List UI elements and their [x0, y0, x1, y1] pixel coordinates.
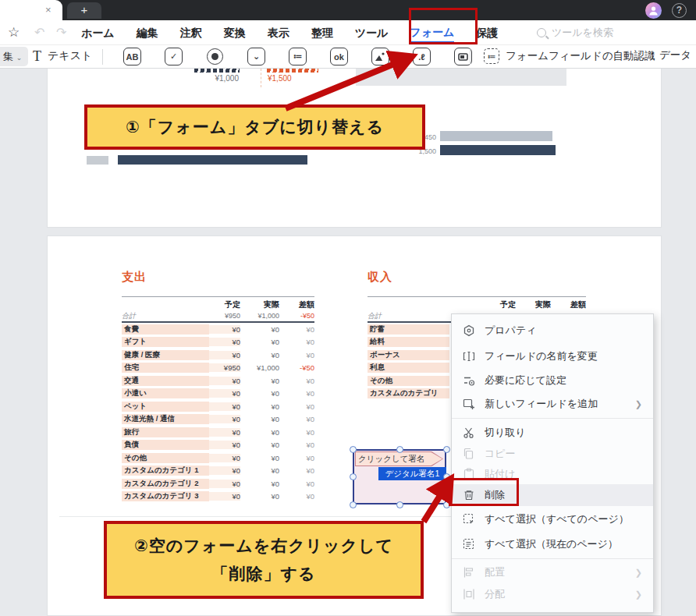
total-label: 合計 — [122, 311, 209, 321]
checkbox-field-icon[interactable]: ✓ — [164, 47, 183, 66]
undo-icon[interactable]: ↶ — [34, 25, 44, 40]
radio-button-field-icon[interactable] — [205, 47, 225, 66]
menu-tab-2[interactable]: 編集 — [137, 23, 158, 42]
resize-handle[interactable] — [443, 446, 450, 453]
form-field-buttons: AB✓⌄≔ok.ℓ — [123, 47, 473, 66]
context-menu-item-set-required[interactable]: 必要に応じて設定 — [452, 369, 653, 392]
total-value: -¥50 — [279, 312, 314, 320]
form-tab-highlight-box — [409, 8, 478, 44]
column-header: 実際 — [240, 299, 279, 310]
select-current-page-icon — [463, 538, 475, 551]
menu-tab-1[interactable]: ホーム — [81, 23, 115, 42]
callout-step1: ①「フォーム」タブに切り替える — [84, 104, 425, 150]
menu-bar: ☆ ↶ ↷ ホーム編集注釈変換表示整理ツールフォーム保護 ツールを検索 — [0, 20, 696, 45]
browser-tab-bar: × + ? — [0, 0, 696, 20]
auto-recognize-icon: ≔ — [484, 48, 499, 64]
total-value: ¥1,000 — [240, 312, 279, 320]
search-icon — [537, 28, 546, 37]
toolbar-divider-2 — [470, 49, 471, 65]
table-row: カスタムのカテゴリ 1¥0¥0¥0 — [122, 465, 314, 478]
toolbar-divider — [102, 49, 103, 65]
sign-ribbon-label: クリックして署名 — [356, 452, 442, 466]
dropdown-field-icon[interactable]: ⌄ — [247, 47, 266, 66]
tool-search[interactable]: ツールを検索 — [537, 26, 613, 40]
search-placeholder: ツールを検索 — [552, 26, 613, 40]
rename-field-icon — [463, 350, 475, 363]
menu-tab-5[interactable]: 表示 — [268, 23, 289, 42]
set-required-icon — [463, 374, 475, 387]
menu-tab-3[interactable]: 注釈 — [180, 23, 202, 42]
active-document-tab[interactable] — [0, 0, 62, 20]
table-row: 負債¥0¥0¥0 — [122, 439, 314, 452]
table-row: ギフト¥0¥0¥0 — [122, 336, 314, 349]
favorite-star-icon[interactable]: ☆ — [8, 24, 20, 41]
user-avatar[interactable] — [645, 2, 662, 19]
resize-handle[interactable] — [396, 446, 403, 453]
context-menu-item-properties[interactable]: プロパティ — [452, 317, 653, 343]
menu-separator — [452, 558, 653, 559]
context-menu-item-add-field[interactable]: 新しいフィールドを追加❯ — [452, 392, 653, 416]
resize-handle[interactable] — [350, 446, 357, 453]
income-table: 収入予定実際差額合計¥1,450¥1,500¥50貯蓄給料ボーナス利息その他カス… — [368, 270, 594, 285]
resize-handle[interactable] — [396, 501, 403, 508]
text-tool-icon: T — [33, 48, 41, 65]
table-row: カスタムのカテゴリ 2¥0¥0¥0 — [122, 477, 314, 490]
chevron-down-icon: ⌄ — [16, 54, 23, 62]
list-box-field-icon[interactable]: ≔ — [288, 47, 307, 66]
help-icon[interactable]: ? — [672, 3, 687, 18]
resize-handle[interactable] — [350, 473, 357, 480]
image-field-icon[interactable] — [371, 47, 390, 66]
submenu-chevron-icon: ❯ — [635, 399, 642, 409]
select-all-pages-icon — [463, 513, 475, 526]
data-extract-button[interactable]: ↑ データ — [649, 48, 691, 62]
table-row: その他¥0¥0¥0 — [122, 451, 314, 465]
table-row: 交通¥0¥0¥0 — [122, 374, 314, 388]
chart-bar-navy — [440, 145, 556, 155]
context-menu-item-cut[interactable]: 切り取り — [452, 421, 653, 444]
column-header: 予定 — [449, 299, 516, 310]
add-field-icon — [463, 398, 475, 410]
callout-step2: ②空のフォームを右クリックして 「削除」する — [104, 521, 424, 599]
app-window: × + ? ☆ ↶ ↷ ホーム編集注釈変換表示整理ツールフォーム保護 ツールを検… — [0, 0, 696, 616]
context-menu-item-rename-field[interactable]: フィールドの名前を変更 — [452, 343, 653, 369]
menu-separator — [452, 418, 653, 419]
context-menu-item-distribute: 分配❯ — [452, 583, 653, 605]
distribute-icon — [463, 588, 475, 600]
submenu-chevron-icon: ❯ — [635, 589, 642, 600]
table-row: 食費¥0¥0¥0 — [122, 323, 314, 336]
upload-icon: ↑ — [649, 48, 655, 62]
menu-tab-4[interactable]: 変換 — [224, 23, 246, 42]
edit-mode-button[interactable]: 集 ⌄ — [0, 47, 28, 66]
submenu-chevron-icon: ❯ — [635, 568, 642, 578]
auto-recognize-button[interactable]: ≔ フォームフィールドの自動認識 — [484, 48, 655, 64]
table-title: 支出 — [122, 270, 317, 285]
resize-handle[interactable] — [350, 501, 357, 508]
menu-tab-9[interactable]: 保護 — [476, 23, 498, 42]
cut-icon — [463, 427, 475, 439]
form-toolbar: 集 ⌄ T テキスト AB✓⌄≔ok.ℓ ≔ フォームフィールドの自動認識 ↑ … — [0, 45, 696, 69]
total-value: ¥950 — [209, 312, 240, 320]
cut-off-chart-block — [356, 69, 566, 86]
text-field-icon[interactable]: AB — [123, 47, 142, 66]
new-tab-button[interactable]: + — [67, 2, 101, 19]
expense-table: 支出予定実際差額合計¥950¥1,000-¥50食費¥0¥0¥0ギフト¥0¥0¥… — [122, 270, 317, 285]
close-tab-icon[interactable]: × — [45, 4, 51, 16]
redo-icon[interactable]: ↷ — [56, 25, 66, 40]
context-menu-item-select-all-pages[interactable]: すべて選択（すべてのページ） — [452, 506, 653, 532]
table-row: カスタムのカテゴリ 3¥0¥0¥0 — [122, 490, 314, 504]
table-row: 旅行¥0¥0¥0 — [122, 426, 314, 439]
column-header: 差額 — [279, 299, 314, 310]
sign-ribbon: クリックして署名 — [355, 451, 443, 466]
signature-field-icon[interactable]: .ℓ — [412, 47, 431, 66]
column-header: 実際 — [516, 299, 551, 310]
digital-signature-field[interactable]: クリックして署名 デジタル署名1 — [353, 449, 446, 504]
column-header: 予定 — [209, 299, 240, 310]
align-icon — [463, 566, 475, 579]
text-tool-button[interactable]: T テキスト — [33, 48, 92, 65]
menu-tab-7[interactable]: ツール — [355, 23, 389, 42]
table-row: 健康 / 医療¥0¥0¥0 — [122, 349, 314, 362]
delete-highlight-box — [449, 478, 519, 506]
menu-tab-6[interactable]: 整理 — [311, 23, 333, 42]
push-button-field-icon[interactable]: ok — [329, 47, 349, 66]
context-menu-item-select-current-page[interactable]: すべて選択（現在のページ） — [452, 532, 653, 556]
